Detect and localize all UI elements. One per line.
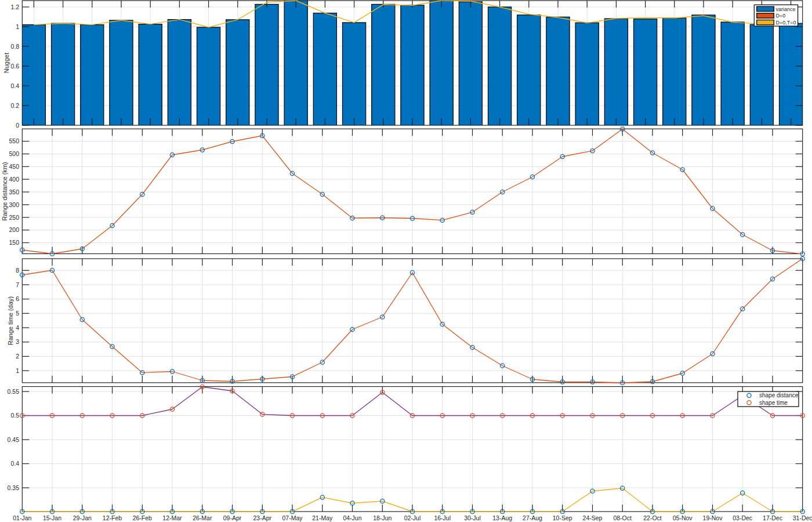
svg-text:350: 350	[9, 188, 19, 195]
svg-text:5: 5	[16, 310, 19, 317]
svg-text:500: 500	[9, 150, 19, 157]
svg-text:400: 400	[9, 176, 19, 183]
svg-text:03-Dec: 03-Dec	[733, 514, 752, 521]
svg-text:10-Sep: 10-Sep	[553, 514, 572, 521]
svg-text:02-Jul: 02-Jul	[404, 514, 421, 521]
svg-text:8: 8	[16, 267, 19, 274]
svg-text:16-Jul: 16-Jul	[434, 514, 451, 521]
svg-text:12-Mar: 12-Mar	[162, 514, 182, 521]
svg-text:0.5: 0.5	[10, 412, 19, 419]
svg-text:08-Oct: 08-Oct	[613, 514, 632, 521]
svg-text:1: 1	[16, 23, 19, 30]
svg-text:22-Oct: 22-Oct	[643, 514, 662, 521]
svg-text:27-Aug: 27-Aug	[523, 514, 542, 521]
svg-text:05-Nov: 05-Nov	[673, 514, 693, 521]
svg-text:0.45: 0.45	[8, 436, 20, 443]
svg-text:7: 7	[16, 281, 19, 288]
svg-text:3: 3	[16, 338, 19, 345]
svg-text:1.2: 1.2	[10, 3, 19, 10]
svg-text:150: 150	[9, 239, 19, 246]
svg-text:15-Jan: 15-Jan	[43, 514, 61, 521]
svg-text:30-Jul: 30-Jul	[464, 514, 481, 521]
svg-text:26-Mar: 26-Mar	[193, 514, 212, 521]
svg-text:shape time: shape time	[759, 400, 788, 406]
svg-text:0: 0	[16, 122, 19, 129]
svg-text:07-May: 07-May	[282, 514, 303, 521]
svg-text:300: 300	[9, 201, 19, 208]
svg-text:26-Feb: 26-Feb	[133, 514, 152, 521]
svg-text:19-Nov: 19-Nov	[703, 514, 723, 521]
svg-text:04-Jun: 04-Jun	[343, 514, 361, 521]
svg-text:2: 2	[16, 353, 19, 360]
svg-text:250: 250	[9, 214, 19, 221]
svg-text:200: 200	[9, 226, 19, 233]
svg-text:D=0: D=0	[775, 13, 785, 19]
svg-text:23-Apr: 23-Apr	[253, 514, 272, 521]
svg-text:6: 6	[16, 295, 19, 302]
svg-text:17-Dec: 17-Dec	[763, 514, 782, 521]
svg-text:21-May: 21-May	[312, 514, 333, 521]
svg-text:01-Jan: 01-Jan	[13, 514, 31, 521]
svg-text:12-Feb: 12-Feb	[103, 514, 122, 521]
svg-text:09-Apr: 09-Apr	[223, 514, 242, 521]
svg-text:Nugget: Nugget	[3, 53, 10, 73]
svg-text:13-Aug: 13-Aug	[492, 514, 512, 521]
svg-text:shape distance: shape distance	[759, 392, 799, 398]
svg-text:1: 1	[16, 367, 19, 374]
svg-text:31-Dec: 31-Dec	[793, 514, 812, 521]
svg-text:0.4: 0.4	[10, 82, 19, 89]
svg-text:29-Jan: 29-Jan	[73, 514, 92, 521]
svg-text:24-Sep: 24-Sep	[583, 514, 603, 521]
svg-text:0.6: 0.6	[10, 63, 19, 70]
svg-text:D=0,T=0: D=0,T=0	[775, 20, 796, 26]
svg-text:18-Jun: 18-Jun	[373, 514, 392, 521]
svg-text:550: 550	[9, 137, 19, 144]
svg-text:0.4: 0.4	[10, 460, 19, 467]
svg-text:variance: variance	[775, 6, 795, 12]
svg-text:0.8: 0.8	[10, 43, 19, 50]
svg-text:Range distance (km): Range distance (km)	[1, 162, 8, 221]
svg-text:0.35: 0.35	[8, 484, 20, 491]
svg-text:4: 4	[16, 324, 19, 331]
svg-text:0.2: 0.2	[10, 102, 19, 109]
svg-text:450: 450	[9, 163, 19, 170]
svg-text:Range time (day): Range time (day)	[7, 296, 14, 345]
svg-text:0.55: 0.55	[8, 388, 20, 395]
